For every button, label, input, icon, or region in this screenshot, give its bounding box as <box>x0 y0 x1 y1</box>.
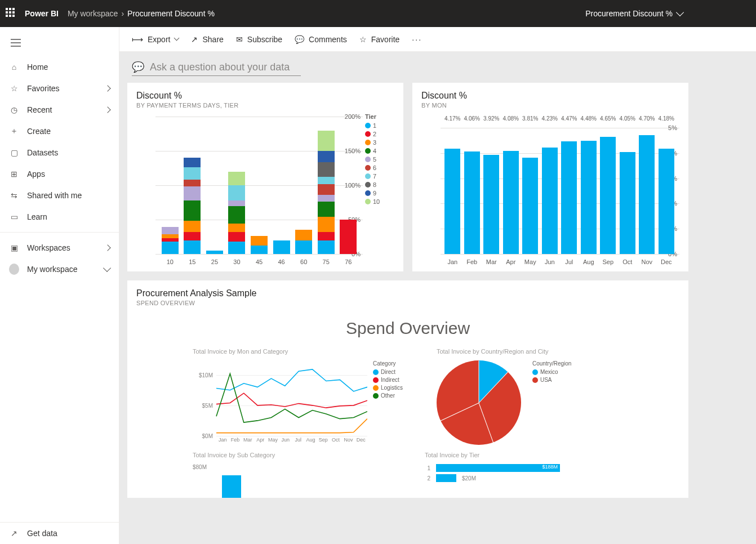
export-button[interactable]: ⟼Export <box>132 35 179 44</box>
subchart-invoice-by-tier: Total Invoice by Tier 1$188M 2$20M <box>425 452 623 498</box>
workspaces-icon: ▣ <box>9 243 19 252</box>
action-toolbar: ⟼Export ↗Share ✉Subscribe 💬Comments ☆Fav… <box>119 27 756 52</box>
plus-icon: ＋ <box>9 126 19 136</box>
chevron-down-icon <box>174 35 180 41</box>
tile-discount-by-month[interactable]: Discount % BY MON 0%1%2%3%4%5%4.17%4.06%… <box>412 83 688 271</box>
favorite-button[interactable]: ☆Favorite <box>359 35 400 44</box>
report-dropdown-label: Procurement Discount % <box>585 9 673 18</box>
bar-chart: 0%1%2%3%4%5%4.17%4.06%3.92%4.08%3.81%4.2… <box>421 113 679 265</box>
tile-subtitle: BY MON <box>421 102 679 109</box>
breadcrumb-report[interactable]: Procurement Discount % <box>127 9 215 18</box>
nav-favorites[interactable]: ☆Favorites <box>0 78 119 99</box>
main-region: ⟼Export ↗Share ✉Subscribe 💬Comments ☆Fav… <box>119 27 756 544</box>
nav-recent[interactable]: ◷Recent <box>0 99 119 121</box>
comments-button[interactable]: 💬Comments <box>295 35 347 44</box>
chevron-down-icon <box>676 8 684 16</box>
chat-icon: 💬 <box>132 61 144 73</box>
shared-icon: ⇆ <box>9 191 19 200</box>
chevron-right-icon <box>104 106 110 113</box>
app-launcher-icon[interactable] <box>6 8 17 19</box>
chart-legend: Tier12345678910 <box>363 113 394 265</box>
stacked-bar-chart: 0%50%100%150%200%101525304546607576 <box>136 113 363 265</box>
tile-spend-overview[interactable]: Procurement Analysis Sample SPEND OVERVI… <box>127 280 688 498</box>
share-button[interactable]: ↗Share <box>191 35 223 44</box>
tile-discount-by-terms[interactable]: Discount % BY PAYMENT TERMS DAYS, TIER 0… <box>127 83 403 271</box>
avatar-icon <box>9 264 19 275</box>
breadcrumb-sep: › <box>121 9 124 18</box>
learn-icon: ▭ <box>9 212 19 221</box>
nav-sidebar: ⌂Home ☆Favorites ◷Recent ＋Create ▢Datase… <box>0 27 119 544</box>
tile-subtitle: BY PAYMENT TERMS DAYS, TIER <box>136 102 394 109</box>
clock-icon: ◷ <box>9 105 19 114</box>
subchart-invoice-by-mon-category: Total Invoice by Mon and Category $0M$5M… <box>193 348 403 445</box>
chart-legend: CategoryDirectIndirectLogisticsOther <box>373 360 403 445</box>
qna-placeholder: Ask a question about your data <box>150 61 290 73</box>
chevron-right-icon <box>104 85 110 91</box>
collapse-nav-button[interactable] <box>5 32 27 54</box>
star-icon: ☆ <box>9 84 19 93</box>
tile-title: Procurement Analysis Sample <box>136 288 679 298</box>
export-icon: ⟼ <box>132 35 143 44</box>
nav-datasets[interactable]: ▢Datasets <box>0 142 119 163</box>
tile-subtitle: SPEND OVERVIEW <box>136 300 679 306</box>
get-data-icon: ↗ <box>9 529 19 538</box>
home-icon: ⌂ <box>9 63 19 72</box>
dataset-icon: ▢ <box>9 148 19 157</box>
subchart-invoice-by-country: Total Invoice by Country/Region and City… <box>437 348 571 445</box>
nav-workspaces[interactable]: ▣Workspaces <box>0 237 119 258</box>
chevron-down-icon <box>103 264 111 272</box>
nav-apps[interactable]: ⊞Apps <box>0 163 119 185</box>
mail-icon: ✉ <box>236 35 243 44</box>
brand: Power BI <box>25 9 59 18</box>
apps-icon: ⊞ <box>9 170 19 179</box>
subscribe-button[interactable]: ✉Subscribe <box>236 35 282 44</box>
chevron-right-icon <box>104 244 110 251</box>
tile-title: Discount % <box>136 91 394 101</box>
breadcrumb-workspace[interactable]: My workspace <box>68 9 118 18</box>
chart-legend: Country/RegionMexicoUSA <box>532 360 571 445</box>
nav-learn[interactable]: ▭Learn <box>0 206 119 228</box>
nav-create[interactable]: ＋Create <box>0 121 119 142</box>
report-dropdown[interactable]: Procurement Discount % <box>585 9 683 18</box>
share-icon: ↗ <box>191 35 198 44</box>
nav-home[interactable]: ⌂Home <box>0 56 119 78</box>
star-icon: ☆ <box>359 35 367 44</box>
nav-get-data[interactable]: ↗Get data <box>0 523 119 544</box>
global-header: Power BI My workspace › Procurement Disc… <box>0 0 756 27</box>
qna-input[interactable]: 💬 Ask a question about your data <box>132 60 301 76</box>
comment-icon: 💬 <box>295 35 304 44</box>
pie-chart <box>437 360 521 445</box>
line-chart: $0M$5M$10MJanFebMarAprMayJunJulAugSepOct… <box>193 360 367 445</box>
more-button[interactable]: ··· <box>412 35 422 44</box>
bar <box>222 475 241 498</box>
section-heading: Spend Overview <box>136 319 679 338</box>
nav-shared[interactable]: ⇆Shared with me <box>0 185 119 206</box>
subchart-invoice-by-subcategory: Total Invoice by Sub Category $80M <box>193 452 391 498</box>
nav-my-workspace[interactable]: My workspace <box>0 258 119 280</box>
tile-title: Discount % <box>421 91 679 101</box>
dashboard-canvas: 💬 Ask a question about your data Discoun… <box>119 52 756 544</box>
